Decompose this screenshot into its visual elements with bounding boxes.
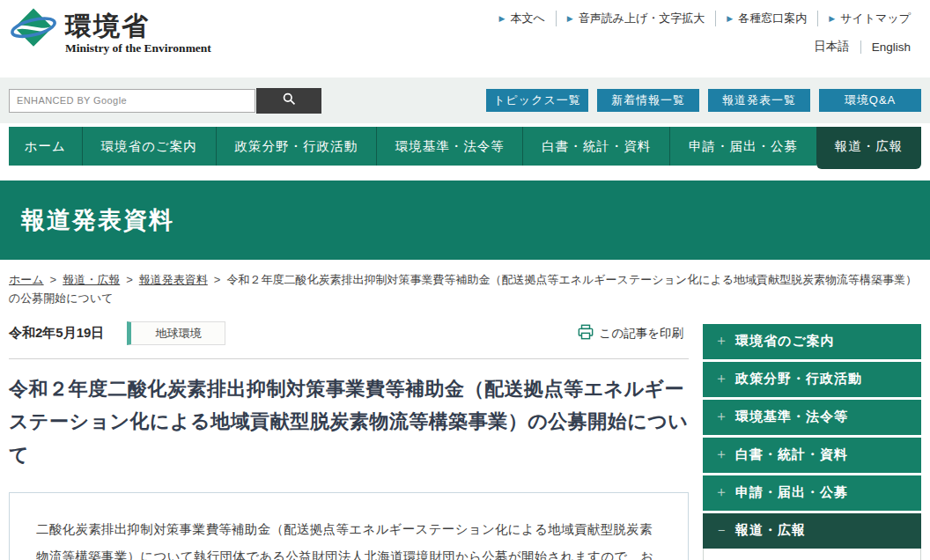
sidebar-item-label: 申請・届出・公募 — [735, 484, 848, 501]
nav-item-policy[interactable]: 政策分野・行政活動 — [216, 127, 376, 166]
print-label: この記事を印刷 — [600, 326, 683, 342]
article-column: 令和2年5月19日 地球環境 この記事を印刷 令和２年度二酸化炭素排出抑制対策事… — [9, 321, 689, 560]
logo-subtitle: Ministry of the Environment — [65, 41, 211, 55]
plus-icon: ＋ — [714, 332, 735, 350]
sidebar-item-label: 政策分野・行政活動 — [735, 371, 862, 387]
triangle-icon: ▶ — [727, 14, 733, 23]
new-info-list-button[interactable]: 新着情報一覧 — [597, 89, 699, 112]
breadcrumb-press[interactable]: 報道・広報 — [63, 273, 120, 286]
article-meta-row: 令和2年5月19日 地球環境 この記事を印刷 — [9, 321, 689, 347]
quick-buttons: トピックス一覧 新着情報一覧 報道発表一覧 環境Q&A — [477, 89, 921, 112]
sidebar-item-policy[interactable]: ＋ 政策分野・行政活動 — [703, 362, 921, 397]
link-sitemap[interactable]: ▶サイトマップ — [817, 11, 921, 26]
article-date: 令和2年5月19日 — [9, 325, 104, 342]
triangle-icon: ▶ — [567, 14, 573, 23]
article-title: 令和２年度二酸化炭素排出抑制対策事業費等補助金（配送拠点等エネルギーステーション… — [9, 372, 689, 471]
page-banner: 報道発表資料 — [0, 181, 930, 260]
press-release-list-button[interactable]: 報道発表一覧 — [708, 89, 810, 112]
triangle-icon: ▶ — [829, 14, 835, 23]
search-button[interactable] — [256, 88, 321, 114]
breadcrumb-home[interactable]: ホーム — [9, 273, 44, 286]
article-summary-box: 二酸化炭素排出抑制対策事業費等補助金（配送拠点等エネルギーステーション化による地… — [9, 492, 689, 560]
lang-japanese[interactable]: 日本語 — [803, 39, 860, 55]
site-search — [9, 88, 321, 114]
section-sidebar: ＋ 環境省のご案内 ＋ 政策分野・行政活動 ＋ 環境基準・法令等 ＋ 白書・統計… — [703, 324, 921, 560]
article-summary-text: 二酸化炭素排出抑制対策事業費等補助金（配送拠点等エネルギーステーション化による地… — [36, 516, 661, 560]
breadcrumb-separator: > — [214, 273, 221, 286]
plus-icon: ＋ — [714, 408, 735, 426]
environment-qa-button[interactable]: 環境Q&A — [819, 89, 921, 112]
nav-item-home[interactable]: ホーム — [9, 127, 82, 166]
plus-icon: ＋ — [714, 483, 735, 502]
sidebar-submenu — [703, 549, 921, 560]
search-icon — [282, 92, 297, 109]
plus-icon: ＋ — [714, 370, 735, 388]
breadcrumb-separator: > — [126, 273, 133, 286]
plus-icon: ＋ — [714, 446, 735, 464]
link-accessibility[interactable]: ▶音声読み上げ・文字拡大 — [556, 11, 716, 26]
nav-item-press[interactable]: 報道・広報 — [816, 127, 921, 169]
link-to-content[interactable]: ▶本文へ — [489, 11, 556, 26]
sidebar-item-standards[interactable]: ＋ 環境基準・法令等 — [703, 400, 921, 435]
language-switcher: 日本語 English — [803, 39, 921, 55]
breadcrumb-press-materials[interactable]: 報道発表資料 — [139, 273, 208, 286]
global-nav: ホーム 環境省のご案内 政策分野・行政活動 環境基準・法令等 白書・統計・資料 … — [9, 127, 921, 166]
ministry-logo[interactable]: 環境省 Ministry of the Environment — [9, 6, 211, 55]
breadcrumb: ホーム>報道・広報>報道発表資料>令和２年度二酸化炭素排出抑制対策事業費等補助金… — [9, 270, 921, 308]
nav-item-whitepapers[interactable]: 白書・統計・資料 — [522, 127, 669, 166]
page-title: 報道発表資料 — [0, 204, 174, 236]
sidebar-item-about[interactable]: ＋ 環境省のご案内 — [703, 324, 921, 359]
category-tag[interactable]: 地球環境 — [127, 321, 225, 345]
minus-icon: － — [714, 521, 735, 540]
sidebar-item-applications[interactable]: ＋ 申請・届出・公募 — [703, 475, 921, 511]
sidebar-item-label: 白書・統計・資料 — [735, 446, 848, 463]
sidebar-item-press[interactable]: － 報道・広報 — [703, 513, 921, 549]
sidebar-item-label: 環境基準・法令等 — [735, 409, 848, 425]
nav-item-applications[interactable]: 申請・届出・公募 — [669, 127, 816, 166]
meta-divider — [9, 358, 689, 359]
ministry-logo-icon — [9, 6, 58, 50]
utility-links: ▶本文へ ▶音声読み上げ・文字拡大 ▶各種窓口案内 ▶サイトマップ — [489, 11, 921, 26]
lang-english[interactable]: English — [860, 41, 921, 54]
sidebar-item-whitepapers[interactable]: ＋ 白書・統計・資料 — [703, 438, 921, 473]
sidebar-item-label: 報道・広報 — [735, 522, 806, 539]
topics-list-button[interactable]: トピックス一覧 — [486, 89, 588, 112]
logo-title: 環境省 — [65, 11, 150, 41]
sidebar-item-label: 環境省のご案内 — [735, 333, 835, 350]
printer-icon — [578, 324, 600, 343]
search-input[interactable] — [9, 89, 255, 113]
search-band: トピックス一覧 新着情報一覧 報道発表一覧 環境Q&A — [0, 77, 930, 123]
triangle-icon: ▶ — [499, 14, 506, 23]
print-article-link[interactable]: この記事を印刷 — [578, 324, 683, 343]
site-header: 環境省 Ministry of the Environment ▶本文へ ▶音声… — [0, 0, 930, 77]
nav-item-standards[interactable]: 環境基準・法令等 — [376, 127, 523, 166]
nav-item-about[interactable]: 環境省のご案内 — [82, 127, 216, 166]
link-contact-windows[interactable]: ▶各種窓口案内 — [715, 11, 817, 26]
breadcrumb-separator: > — [50, 273, 57, 286]
main-content: ホーム>報道・広報>報道発表資料>令和２年度二酸化炭素排出抑制対策事業費等補助金… — [0, 260, 930, 560]
